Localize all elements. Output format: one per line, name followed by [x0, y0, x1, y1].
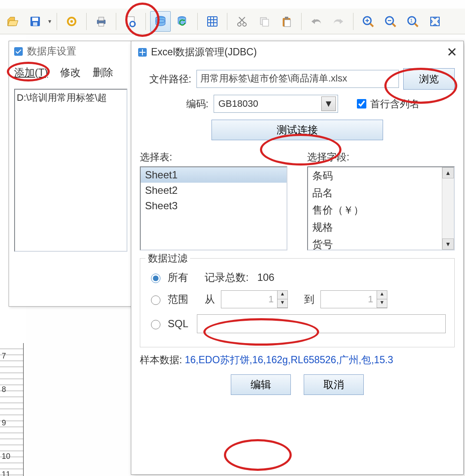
chevron-down-icon[interactable]: ▼ — [321, 96, 336, 111]
from-label: 从 — [205, 292, 215, 306]
field-item[interactable]: 品名 — [308, 184, 454, 202]
svg-line-35 — [393, 24, 396, 27]
print-icon[interactable] — [91, 11, 112, 32]
ruler-tick: 10 — [2, 452, 10, 461]
save-icon[interactable] — [25, 11, 45, 32]
record-count-value: 106 — [257, 271, 275, 283]
svg-point-4 — [70, 20, 73, 23]
encoding-select[interactable]: GB18030 ▼ — [214, 95, 338, 113]
undo-icon[interactable] — [306, 11, 326, 32]
svg-rect-7 — [99, 23, 104, 26]
table-item[interactable]: Sheet3 — [141, 198, 287, 214]
copy-icon[interactable] — [254, 11, 275, 32]
field-item[interactable]: 规格 — [308, 219, 454, 236]
excel-datasource-dialog: Excel数据源管理(JDBC) ✕ 文件路径: 用常用标签\超市价签\商品清单… — [131, 41, 464, 475]
field-item[interactable]: 售价（￥） — [308, 202, 454, 219]
edit-button[interactable]: 编辑 — [231, 374, 291, 395]
radio-sql-label: SQL — [168, 318, 188, 330]
fit-icon[interactable] — [425, 11, 445, 32]
field-listbox[interactable]: 条码 品名 售价（￥） 规格 货号 ▲ ▼ — [307, 166, 455, 250]
sample-label: 样本数据: — [140, 354, 182, 365]
ruler-tick: 9 — [2, 419, 6, 428]
sql-input[interactable] — [197, 314, 446, 333]
field-item[interactable]: 条码 — [308, 167, 454, 184]
dialog-icon — [137, 47, 148, 57]
to-spinner[interactable]: ▲▼ — [320, 290, 387, 308]
open-icon[interactable] — [3, 11, 23, 32]
db-toolbar: 添加(T) 修改 删除 — [9, 61, 133, 84]
header-checkbox-input[interactable] — [357, 99, 366, 108]
svg-rect-26 — [263, 19, 269, 26]
svg-point-21 — [238, 23, 241, 26]
test-connection-button[interactable]: 测试连接 — [211, 120, 383, 140]
table-item[interactable]: Sheet1 — [141, 167, 287, 183]
dialog-title: Excel数据源管理(JDBC) — [151, 45, 257, 59]
record-count-label: 记录总数: — [205, 271, 249, 284]
grid-icon[interactable] — [202, 11, 223, 32]
from-spinner[interactable]: ▲▼ — [221, 290, 288, 308]
db-list[interactable]: D:\培训用常用标签\超 — [14, 89, 127, 252]
ruler-tick: 7 — [2, 352, 6, 361]
svg-line-31 — [370, 24, 373, 27]
from-input[interactable] — [221, 291, 277, 308]
database-refresh-icon[interactable] — [172, 11, 193, 32]
file-label: 文件路径: — [140, 72, 191, 86]
browse-button[interactable]: 浏览 — [403, 68, 455, 90]
to-label: 到 — [304, 292, 314, 306]
zoom-out-icon[interactable] — [380, 11, 401, 32]
table-listbox[interactable]: Sheet1 Sheet2 Sheet3 — [140, 166, 287, 250]
encoding-value: GB18030 — [218, 98, 258, 109]
ruler-tick: 11 — [2, 470, 10, 476]
select-table-label: 选择表: — [140, 151, 287, 164]
db-window-title-text: 数据库设置 — [27, 45, 76, 58]
cancel-button[interactable]: 取消 — [304, 374, 364, 395]
redo-icon[interactable] — [328, 11, 349, 32]
table-item[interactable]: Sheet2 — [141, 183, 287, 198]
spin-down-icon[interactable]: ▼ — [277, 299, 287, 308]
svg-rect-28 — [284, 20, 290, 27]
svg-rect-41 — [14, 47, 23, 56]
db-settings-window: 数据库设置 添加(T) 修改 删除 D:\培训用常用标签\超 — [9, 41, 133, 307]
radio-all-label: 所有 — [168, 271, 188, 284]
encoding-label: 编码: — [140, 97, 208, 111]
svg-text:1: 1 — [410, 18, 413, 23]
svg-rect-6 — [99, 17, 104, 21]
sample-data: 16,EDO苏打饼,16,162g,RL658526,广州,包,15.3 — [185, 354, 393, 365]
scrollbar[interactable]: ▲ ▼ — [442, 167, 454, 250]
db-window-title: 数据库设置 — [9, 41, 133, 61]
header-checkbox[interactable]: 首行含列名 — [355, 97, 420, 111]
radio-sql[interactable] — [151, 320, 160, 329]
svg-rect-29 — [285, 17, 288, 19]
gear-icon[interactable] — [61, 11, 82, 32]
scroll-down-icon[interactable]: ▼ — [442, 238, 454, 250]
filter-legend: 数据过滤 — [145, 252, 190, 265]
db-title-icon — [13, 46, 24, 57]
menubar — [0, 0, 465, 8]
to-input[interactable] — [321, 291, 377, 308]
db-edit-button[interactable]: 修改 — [60, 66, 81, 79]
spin-up-icon[interactable]: ▲ — [277, 291, 287, 299]
zoom-in-icon[interactable] — [358, 11, 378, 32]
svg-line-38 — [415, 24, 418, 27]
field-item[interactable]: 货号 — [308, 236, 454, 250]
db-add-button[interactable]: 添加(T) — [14, 66, 48, 79]
db-list-item[interactable]: D:\培训用常用标签\超 — [17, 91, 125, 104]
preview-icon[interactable] — [121, 11, 141, 32]
scroll-up-icon[interactable]: ▲ — [442, 167, 454, 178]
paste-icon[interactable] — [276, 11, 297, 32]
spin-down-icon[interactable]: ▼ — [377, 299, 387, 308]
cut-icon[interactable] — [232, 11, 252, 32]
radio-range-label: 范围 — [168, 292, 188, 306]
spin-up-icon[interactable]: ▲ — [377, 291, 387, 299]
zoom-reset-icon[interactable]: 1 — [402, 11, 423, 32]
header-checkbox-label: 首行含列名 — [370, 97, 420, 111]
radio-range[interactable] — [151, 295, 160, 305]
close-icon[interactable]: ✕ — [447, 45, 457, 60]
database-icon[interactable] — [150, 11, 171, 32]
select-field-label: 选择字段: — [307, 151, 455, 164]
svg-rect-2 — [33, 22, 37, 26]
file-path-input[interactable]: 用常用标签\超市价签\商品清单.xlsx — [196, 70, 399, 88]
radio-all[interactable] — [151, 274, 160, 283]
main-toolbar: ▼ 1 — [0, 9, 465, 34]
db-delete-button[interactable]: 删除 — [93, 66, 113, 79]
